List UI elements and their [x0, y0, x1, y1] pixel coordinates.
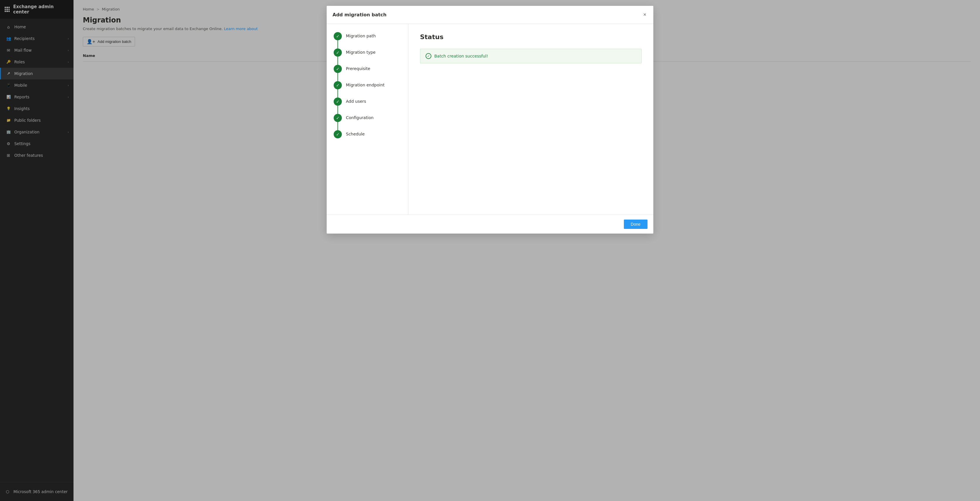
- step-icon-wrap: [334, 130, 342, 139]
- step-schedule: Schedule: [334, 130, 401, 139]
- modal-close-button[interactable]: ×: [642, 11, 648, 19]
- step-label: Configuration: [346, 114, 374, 120]
- step-icon-wrap: [334, 48, 342, 57]
- step-icon-wrap: [334, 65, 342, 73]
- steps-list: Migration path Migration type Prerequisi…: [334, 32, 401, 139]
- status-title: Status: [420, 33, 642, 41]
- step-label: Add users: [346, 97, 366, 104]
- status-success-message: Batch creation successful!: [434, 54, 488, 58]
- steps-panel: Migration path Migration type Prerequisi…: [327, 24, 408, 215]
- step-add-users: Add users: [334, 97, 401, 114]
- step-label: Schedule: [346, 130, 364, 136]
- step-check-icon: [334, 48, 342, 57]
- step-icon-wrap: [334, 32, 342, 40]
- step-check-icon: [334, 32, 342, 40]
- modal-header: Add migration batch ×: [327, 6, 653, 24]
- step-check-icon: [334, 97, 342, 106]
- step-migration-type: Migration type: [334, 48, 401, 65]
- step-check-icon: [334, 81, 342, 89]
- step-configuration: Configuration: [334, 114, 401, 130]
- modal-footer: Done: [327, 215, 653, 234]
- done-button[interactable]: Done: [624, 220, 648, 229]
- success-check-icon: [426, 53, 431, 59]
- step-migration-endpoint: Migration endpoint: [334, 81, 401, 97]
- step-label: Migration path: [346, 32, 375, 38]
- step-label: Prerequisite: [346, 65, 370, 71]
- step-icon-wrap: [334, 97, 342, 106]
- step-label: Migration endpoint: [346, 81, 385, 87]
- step-check-icon: [334, 114, 342, 122]
- step-check-icon: [334, 65, 342, 73]
- add-migration-modal: Add migration batch × Migration path: [327, 6, 653, 234]
- step-icon-wrap: [334, 81, 342, 89]
- step-icon-wrap: [334, 114, 342, 122]
- step-label: Migration type: [346, 48, 375, 54]
- status-panel: Status Batch creation successful!: [408, 24, 653, 215]
- step-prerequisite: Prerequisite: [334, 65, 401, 81]
- status-success-banner: Batch creation successful!: [420, 49, 642, 63]
- close-icon: ×: [643, 12, 646, 18]
- modal-overlay: Add migration batch × Migration path: [0, 0, 980, 501]
- modal-title: Add migration batch: [332, 12, 387, 18]
- step-check-icon: [334, 130, 342, 139]
- step-migration-path: Migration path: [334, 32, 401, 48]
- modal-body: Migration path Migration type Prerequisi…: [327, 24, 653, 215]
